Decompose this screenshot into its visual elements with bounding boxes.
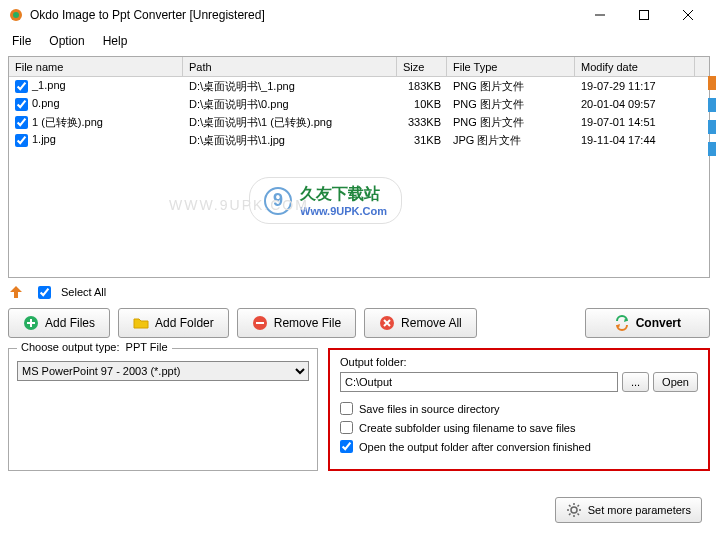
open-after-checkbox[interactable] [340, 440, 353, 453]
select-all-checkbox[interactable] [38, 286, 51, 299]
file-list-header: File name Path Size File Type Modify dat… [9, 57, 709, 77]
up-arrow-icon[interactable] [8, 284, 24, 300]
col-header-type[interactable]: File Type [447, 57, 575, 76]
col-header-date[interactable]: Modify date [575, 57, 695, 76]
output-folder-group: Output folder: ... Open Save files in so… [328, 348, 710, 471]
select-all-label: Select All [61, 286, 106, 298]
plus-icon [23, 315, 39, 331]
row-checkbox[interactable] [15, 116, 28, 129]
select-all-row: Select All [8, 284, 710, 300]
convert-button[interactable]: Convert [585, 308, 710, 338]
svg-point-1 [13, 12, 19, 18]
remove-all-icon [379, 315, 395, 331]
table-row[interactable]: _1.pngD:\桌面说明书\_1.png183KBPNG 图片文件19-07-… [9, 77, 709, 95]
set-more-wrap: Set more parameters [555, 497, 702, 523]
set-more-parameters-button[interactable]: Set more parameters [555, 497, 702, 523]
menu-help[interactable]: Help [95, 32, 136, 50]
bottom-panel: Choose output type: PPT File MS PowerPoi… [8, 348, 710, 471]
maximize-button[interactable] [622, 0, 666, 30]
gear-icon [566, 502, 582, 518]
action-bar: Add Files Add Folder Remove File Remove … [8, 308, 710, 338]
minimize-button[interactable] [578, 0, 622, 30]
row-checkbox[interactable] [15, 98, 28, 111]
table-row[interactable]: 0.pngD:\桌面说明书\0.png10KBPNG 图片文件20-01-04 … [9, 95, 709, 113]
titlebar: Okdo Image to Ppt Converter [Unregistere… [0, 0, 718, 30]
col-header-path[interactable]: Path [183, 57, 397, 76]
open-folder-button[interactable]: Open [653, 372, 698, 392]
table-row[interactable]: 1.jpgD:\桌面说明书\1.jpg31KBJPG 图片文件19-11-04 … [9, 131, 709, 149]
window-title: Okdo Image to Ppt Converter [Unregistere… [30, 8, 578, 22]
close-button[interactable] [666, 0, 710, 30]
side-icon-3[interactable] [708, 120, 716, 134]
create-subfolder-row[interactable]: Create subfolder using filename to save … [340, 421, 698, 434]
output-type-select[interactable]: MS PowerPoint 97 - 2003 (*.ppt) [17, 361, 309, 381]
minus-icon [252, 315, 268, 331]
menubar: File Option Help [0, 30, 718, 52]
app-icon [8, 7, 24, 23]
col-header-size[interactable]: Size [397, 57, 447, 76]
output-folder-input[interactable] [340, 372, 618, 392]
convert-icon [614, 315, 630, 331]
side-icon-4[interactable] [708, 142, 716, 156]
watermark: WWW.9UPK.COM 9 久友下载站 Www.9UPK.Com [249, 177, 402, 224]
svg-point-9 [571, 507, 577, 513]
output-type-group: Choose output type: PPT File MS PowerPoi… [8, 348, 318, 471]
remove-file-button[interactable]: Remove File [237, 308, 356, 338]
add-folder-button[interactable]: Add Folder [118, 308, 229, 338]
side-icons [708, 76, 716, 156]
side-icon-2[interactable] [708, 98, 716, 112]
output-type-label: Choose output type: PPT File [17, 341, 172, 353]
open-after-row[interactable]: Open the output folder after conversion … [340, 440, 698, 453]
menu-file[interactable]: File [4, 32, 39, 50]
col-header-name[interactable]: File name [9, 57, 183, 76]
side-icon-1[interactable] [708, 76, 716, 90]
output-folder-label: Output folder: [340, 356, 698, 368]
menu-option[interactable]: Option [41, 32, 92, 50]
save-in-source-checkbox[interactable] [340, 402, 353, 415]
file-list: File name Path Size File Type Modify dat… [8, 56, 710, 278]
row-checkbox[interactable] [15, 134, 28, 147]
create-subfolder-checkbox[interactable] [340, 421, 353, 434]
browse-button[interactable]: ... [622, 372, 649, 392]
add-files-button[interactable]: Add Files [8, 308, 110, 338]
remove-all-button[interactable]: Remove All [364, 308, 477, 338]
row-checkbox[interactable] [15, 80, 28, 93]
save-in-source-row[interactable]: Save files in source directory [340, 402, 698, 415]
table-row[interactable]: 1 (已转换).pngD:\桌面说明书\1 (已转换).png333KBPNG … [9, 113, 709, 131]
folder-icon [133, 315, 149, 331]
svg-rect-3 [640, 11, 649, 20]
